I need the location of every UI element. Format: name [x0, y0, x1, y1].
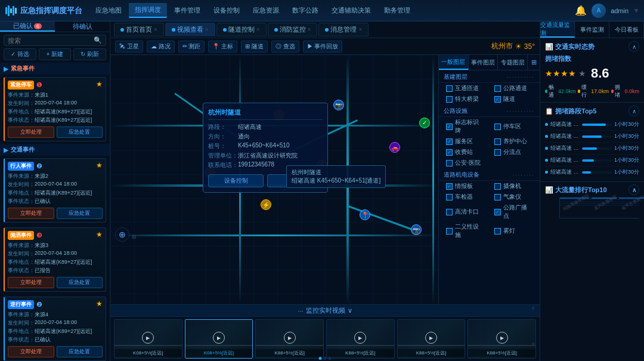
tab-3[interactable]: 消防监控 × [268, 23, 318, 36]
cb-broadcast[interactable]: ✓ [494, 209, 501, 215]
scroll-dot-1[interactable] [324, 357, 327, 360]
star-icon-0[interactable]: ★ [96, 80, 103, 88]
map-area[interactable]: ⚠ 📷 ⚠ 🚗 ⚡ 📍 ✓ ⚠ 📷 杭州时隧道 路段：绍诸高速 方向：通向 桩号… [110, 55, 540, 304]
tab-close-2[interactable]: × [256, 26, 260, 33]
cb-tunnel[interactable]: ✓ [494, 96, 501, 103]
tool-replay[interactable]: ▶ 事件回放 [303, 41, 343, 53]
tab-close-0[interactable]: × [154, 26, 157, 33]
avatar[interactable]: A [592, 4, 606, 18]
play-btn-2[interactable]: ▶ [284, 332, 296, 344]
tool-traffic[interactable]: ☁ 路况 [147, 41, 175, 53]
notification-icon[interactable]: 🔔 [575, 5, 587, 17]
search-input[interactable] [8, 37, 94, 44]
dropdown-icon[interactable]: ▼ [633, 7, 639, 14]
top5-refresh[interactable]: ∧ [628, 106, 639, 116]
tab-close-3[interactable]: × [308, 26, 311, 33]
emergency-btn-3[interactable]: 应急处置 [57, 346, 103, 357]
tab-close-4[interactable]: × [358, 26, 362, 33]
nav-item-6[interactable]: 交通辅助决策 [326, 4, 377, 17]
tool-select[interactable]: ◎ 查选 [271, 41, 299, 53]
layer-tab-special[interactable]: 专题图层 [498, 55, 528, 70]
immediate-btn-0[interactable]: 立即处理 [8, 126, 54, 138]
star-icon-3[interactable]: ★ [96, 300, 103, 308]
layer-tab-events[interactable]: 事件图层 [469, 55, 499, 70]
cb-bridge[interactable] [446, 96, 453, 103]
right-tab-flow[interactable]: 交通流量监测 [540, 21, 575, 38]
layer-toggle-icon[interactable]: ⊞ [528, 55, 540, 70]
emergency-btn-2[interactable]: 应急处置 [57, 277, 103, 288]
new-btn[interactable]: + 新建 [39, 48, 72, 60]
immediate-btn-1[interactable]: 立即处理 [8, 208, 54, 219]
map-icon-6[interactable]: ✓ [419, 118, 430, 128]
category-traffic[interactable]: ▶ 交通事件 [0, 144, 110, 156]
video-thumb-1[interactable]: ▶ K08+5½[近远] [185, 319, 253, 359]
filter-btn[interactable]: ✓ 筛选 [4, 48, 36, 60]
nav-item-3[interactable]: 设备控制 [208, 4, 246, 17]
nav-item-0[interactable]: 应急地图 [89, 4, 128, 17]
nav-item-2[interactable]: 事件管理 [168, 4, 206, 17]
event-card-3: 逆行事件 ❷ ★ 事件来源：来源4 发生时间：2020-07-04 18:00 … [4, 297, 106, 361]
cb-camera[interactable] [494, 183, 501, 190]
star-icon-1[interactable]: ★ [96, 161, 103, 169]
cb-highway[interactable] [494, 85, 501, 92]
chart-refresh[interactable]: ∧ [628, 184, 639, 195]
category-emergency[interactable]: ▶ 紧急事件 [0, 63, 110, 75]
play-btn-0[interactable]: ▶ [142, 332, 154, 344]
cb-service[interactable]: ✓ [446, 138, 453, 145]
immediate-btn-2[interactable]: 立即处理 [8, 277, 54, 288]
cb-maintenance[interactable] [494, 138, 501, 145]
tab-4[interactable]: 消息管理 × [318, 23, 369, 36]
cb-parking[interactable] [494, 124, 501, 130]
popup-device-btn[interactable]: 设备控制 [208, 174, 264, 187]
immediate-btn-3[interactable]: 立即处理 [8, 346, 54, 357]
cb-signboard[interactable]: ✓ [446, 124, 453, 130]
video-thumb-5[interactable]: ▶ K88+5½[近远] [467, 319, 536, 359]
emergency-btn-0[interactable]: 应急处置 [57, 126, 103, 138]
nav-right: 🔔 A admin ▼ [575, 4, 639, 18]
nav-item-4[interactable]: 应急资源 [247, 4, 285, 17]
video-thumb-2[interactable]: ▶ K88+5½[近远] [255, 319, 324, 359]
tool-measure[interactable]: ✏ 测距 [178, 41, 205, 53]
tab-confirmed[interactable]: 已确认 6 [0, 21, 55, 32]
scroll-dot-0[interactable] [319, 357, 322, 360]
congestion-refresh[interactable]: ∧ [628, 41, 639, 52]
cb-interchange[interactable] [446, 85, 453, 92]
tab-1[interactable]: 视频查看 × [165, 23, 215, 36]
play-btn-3[interactable]: ▶ [354, 332, 366, 344]
tab-pending[interactable]: 待确认 [55, 21, 110, 32]
right-tab-events[interactable]: 事件监测 [575, 21, 609, 38]
tool-marker[interactable]: 📍 主标 [208, 41, 237, 53]
cb-infoboard[interactable]: ✓ [446, 183, 453, 190]
nav-item-1[interactable]: 指挥调度 [129, 3, 167, 18]
play-btn-1[interactable]: ▶ [213, 332, 225, 344]
left-search[interactable]: 🔍 [4, 35, 106, 46]
cb-divert[interactable] [494, 149, 501, 156]
star-icon-2[interactable]: ★ [96, 230, 103, 239]
nav-item-5[interactable]: 数字公路 [286, 4, 324, 17]
video-thumb-0[interactable]: ▶ K08+5½[近远] [114, 319, 182, 359]
refresh-btn[interactable]: ↻ 刷新 [73, 48, 106, 60]
scroll-dot-2[interactable] [329, 357, 332, 360]
nav-item-7[interactable]: 勤务管理 [378, 4, 416, 17]
emergency-btn-1[interactable]: 应急处置 [57, 208, 103, 219]
tab-2[interactable]: 隧道控制 × [216, 23, 267, 36]
map-icon-5[interactable]: 📍 [360, 209, 370, 220]
tool-satellite[interactable]: 🛰 卫星 [115, 41, 143, 53]
cb-meteo[interactable] [494, 194, 501, 200]
video-strip-arrow[interactable]: ∨ [348, 307, 352, 314]
cb-detector[interactable] [446, 194, 453, 200]
right-tab-today[interactable]: 今日看板 [609, 21, 644, 38]
layer-tab-general[interactable]: 一般图层 [439, 55, 469, 70]
tool-tunnel[interactable]: ⊞ 隧道 [241, 41, 268, 53]
cb-ambiguous[interactable] [446, 228, 453, 235]
video-thumb-3[interactable]: ▶ K88+5½[近远] [326, 319, 395, 359]
cb-foglight[interactable] [494, 228, 501, 235]
cb-toll[interactable]: ✓ [446, 149, 453, 156]
tab-0[interactable]: 首页首页 × [114, 23, 164, 36]
play-btn-5[interactable]: ▶ [496, 332, 508, 344]
cb-checkpoint[interactable] [446, 209, 453, 215]
tab-close-1[interactable]: × [205, 26, 209, 33]
cb-police[interactable] [446, 160, 453, 166]
video-thumb-4[interactable]: ▶ K88+5½[近远] [397, 319, 466, 359]
play-btn-4[interactable]: ▶ [425, 332, 437, 344]
